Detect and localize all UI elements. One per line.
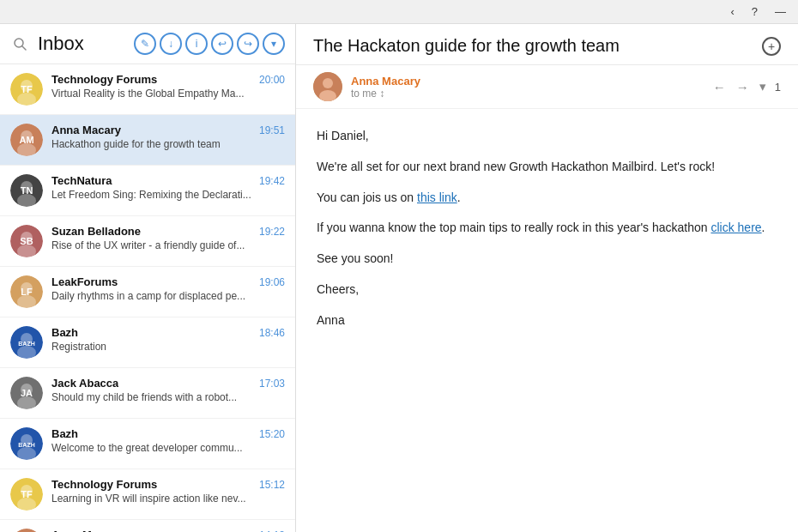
email-item[interactable]: BAZHBazh18:46Registration — [0, 317, 295, 368]
search-icon[interactable] — [10, 34, 29, 53]
email-content: LeakForums19:06Daily rhythms in a camp f… — [51, 275, 285, 302]
avatar: TN — [10, 174, 43, 207]
svg-text:SB: SB — [20, 236, 33, 246]
sender-info: Anna Macary to me ↕ — [351, 75, 703, 100]
email-content: TechNatura19:42Let Freedom Sing: Remixin… — [51, 174, 285, 201]
avatar: TF — [10, 478, 43, 511]
email-time: 19:06 — [259, 276, 285, 288]
undo-button[interactable]: ↩ — [211, 33, 233, 55]
svg-text:TN: TN — [21, 185, 33, 196]
avatar: AM — [10, 529, 43, 532]
email-sender: Suzan Belladone — [51, 225, 141, 238]
email-item[interactable]: AMAnna Macary19:51Hackathon guide for th… — [0, 115, 295, 166]
avatar: JA — [10, 377, 43, 409]
email-sender: TechNatura — [51, 174, 112, 187]
email-content: Anna Macary19:51Hackathon guide for the … — [51, 124, 285, 150]
avatar: LF — [10, 275, 43, 308]
message-count: 1 — [775, 81, 781, 94]
avatar: BAZH — [10, 326, 43, 359]
avatar: AM — [10, 124, 43, 156]
email-content: Anna Macary14:18How Should We Tax Self-D… — [51, 529, 285, 532]
email-content: Bazh18:46Registration — [51, 326, 285, 353]
email-subject: Hackathon guide for the growth team — [51, 138, 285, 150]
redo-button[interactable]: ↪ — [237, 33, 259, 55]
main-layout: Inbox ✎ ↓ i ↩ ↪ ▾ TFTechnology Forums20:… — [0, 24, 798, 532]
email-time: 19:51 — [259, 124, 285, 136]
email-body-paragraph: Anna — [317, 311, 777, 331]
email-sender: Technology Forums — [51, 478, 157, 491]
email-sender: Bazh — [51, 427, 78, 440]
email-item[interactable]: SBSuzan Belladone19:22Rise of the UX wri… — [0, 216, 295, 267]
email-sender: Anna Macary — [51, 124, 121, 136]
info-button[interactable]: i — [185, 33, 208, 55]
email-content: Technology Forums20:00Virtual Reality is… — [51, 73, 285, 100]
svg-text:AM: AM — [19, 135, 33, 145]
email-item[interactable]: AMAnna Macary14:18How Should We Tax Self… — [0, 520, 295, 532]
svg-point-43 — [323, 78, 333, 88]
email-sender: LeakForums — [51, 275, 118, 288]
download-button[interactable]: ↓ — [160, 33, 182, 55]
email-subject: Rise of the UX writer - a friendly guide… — [51, 239, 285, 251]
email-item[interactable]: LFLeakForums19:06Daily rhythms in a camp… — [0, 267, 295, 317]
email-sender: Jack Abacca — [51, 377, 118, 390]
sender-avatar — [313, 72, 342, 101]
email-list: TFTechnology Forums20:00Virtual Reality … — [0, 64, 295, 532]
email-time: 19:42 — [259, 175, 285, 187]
inbox-title: Inbox — [38, 33, 125, 55]
top-bar: ‹ ? — — [0, 0, 798, 24]
email-item[interactable]: BAZHBazh15:20Welcome to the great develo… — [0, 419, 295, 469]
email-content: Technology Forums15:12Learning in VR wil… — [51, 478, 285, 505]
email-body-paragraph: If you wanna know the top main tips to r… — [317, 218, 777, 239]
toolbar-icons: ✎ ↓ i ↩ ↪ ▾ — [134, 33, 285, 55]
email-item[interactable]: TFTechnology Forums15:12Learning in VR w… — [0, 469, 295, 520]
forward-button[interactable]: → — [735, 78, 751, 96]
svg-text:LF: LF — [21, 287, 33, 297]
svg-text:TF: TF — [21, 84, 33, 94]
avatar: SB — [10, 225, 43, 257]
click-here-link[interactable]: click here — [710, 221, 761, 234]
email-time: 20:00 — [259, 74, 285, 86]
minimize-button[interactable]: — — [771, 5, 789, 18]
svg-text:BAZH: BAZH — [18, 442, 34, 448]
add-button[interactable]: + — [762, 37, 781, 56]
to-label: to me ↕ — [351, 88, 703, 100]
email-item[interactable]: TFTechnology Forums20:00Virtual Reality … — [0, 64, 295, 115]
email-item[interactable]: TNTechNatura19:42Let Freedom Sing: Remix… — [0, 166, 295, 216]
avatar: BAZH — [10, 427, 43, 460]
email-subject: Let Freedom Sing: Remixing the Declarati… — [51, 189, 285, 201]
email-time: 17:03 — [259, 378, 285, 390]
email-body-paragraph: Cheers, — [317, 280, 777, 300]
email-content: Jack Abacca17:03Should my child be frien… — [51, 377, 285, 403]
email-time: 19:22 — [259, 226, 285, 238]
email-actions: ← → ▾ 1 — [711, 77, 781, 96]
right-panel: The Hackaton guide for the growth team +… — [296, 24, 798, 532]
email-subject: Welcome to the great developer commu... — [51, 442, 285, 454]
more-button[interactable]: ▾ — [758, 77, 768, 96]
email-meta-bar: Anna Macary to me ↕ ← → ▾ 1 — [296, 65, 798, 109]
email-body-paragraph: We're all set for our next brand new Gro… — [317, 157, 777, 178]
email-sender: Bazh — [51, 326, 78, 339]
inbox-header: Inbox ✎ ↓ i ↩ ↪ ▾ — [0, 24, 295, 64]
email-subject: Virtual Reality is the Global Empathy Ma… — [51, 88, 285, 100]
compose-button[interactable]: ✎ — [134, 33, 156, 55]
left-panel: Inbox ✎ ↓ i ↩ ↪ ▾ TFTechnology Forums20:… — [0, 24, 296, 532]
email-view-header: The Hackaton guide for the growth team + — [296, 24, 798, 65]
email-subject: Learning in VR will inspire action like … — [51, 493, 285, 505]
svg-text:TF: TF — [21, 489, 33, 499]
email-subject: Registration — [51, 341, 285, 353]
email-item[interactable]: JAJack Abacca17:03Should my child be fri… — [0, 368, 295, 419]
email-time: 18:46 — [259, 327, 285, 339]
email-body-paragraph: Hi Daniel, — [317, 126, 777, 147]
reply-button[interactable]: ← — [711, 78, 728, 96]
email-body: Hi Daniel,We're all set for our next bra… — [296, 109, 798, 532]
email-content: Suzan Belladone19:22Rise of the UX write… — [51, 225, 285, 251]
email-time: 15:20 — [259, 428, 285, 440]
email-body-paragraph: You can jois us on this link. — [317, 188, 777, 209]
avatar: TF — [10, 73, 43, 106]
svg-line-1 — [22, 46, 26, 50]
email-content: Bazh15:20Welcome to the great developer … — [51, 427, 285, 454]
back-button[interactable]: ‹ — [727, 5, 737, 18]
help-button[interactable]: ? — [748, 5, 761, 18]
this-link[interactable]: this link — [417, 190, 457, 204]
dropdown-button[interactable]: ▾ — [263, 33, 285, 55]
